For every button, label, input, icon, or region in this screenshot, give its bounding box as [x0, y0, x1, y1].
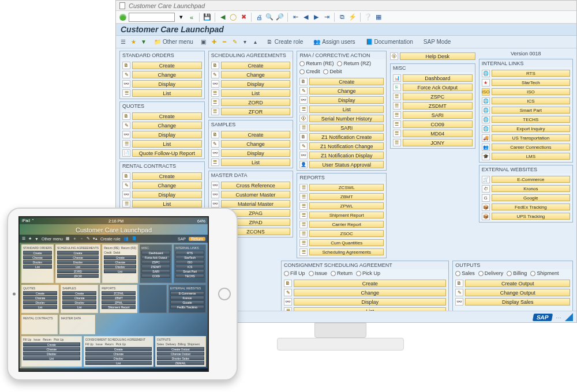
ipad-btn[interactable]: List [23, 265, 52, 269]
ipad-btn[interactable]: Create [62, 291, 96, 295]
resize-handle-icon[interactable] [565, 313, 573, 321]
user-status-approval-button[interactable]: User Status Approval [309, 161, 384, 168]
back-icon[interactable]: « [188, 13, 196, 21]
ipad-btn[interactable]: ZSDMT [141, 265, 170, 269]
ecommerce-link[interactable]: E-Commerce [492, 176, 570, 183]
radio-fillup[interactable]: Fill Up [284, 270, 305, 276]
startech-link[interactable]: StarTech [492, 79, 570, 86]
ipad-btn[interactable]: Change [23, 296, 57, 300]
sa-list-button[interactable]: List [221, 89, 291, 97]
ipad-btn[interactable]: Force Ack Output [141, 255, 170, 259]
ipad-btn[interactable]: Change [85, 352, 152, 356]
plus-icon[interactable]: ✚ [211, 39, 218, 46]
ipad-minus-icon[interactable]: － [80, 236, 84, 242]
us-transport-link[interactable]: US Transportation [492, 134, 570, 141]
ipad-btn[interactable]: Display [104, 265, 136, 269]
assign-users-button[interactable]: 👥 Assign users [310, 37, 358, 47]
ipad-users-icon[interactable]: 👥 [123, 236, 129, 241]
radio-return-rz[interactable]: Return (RZ) [337, 61, 371, 66]
save-icon[interactable]: 💾 [203, 13, 211, 21]
cum-qty-button[interactable]: Cum Quantities [309, 239, 384, 246]
zpwl-button[interactable]: ZPWL [309, 202, 384, 209]
ipad-btn[interactable]: Display [85, 356, 152, 360]
ipad-btn[interactable]: List [85, 361, 152, 365]
last-page-icon[interactable]: ⇥ [323, 13, 331, 21]
radio-return[interactable]: Return [331, 270, 353, 276]
help-icon[interactable]: ❔ [364, 13, 372, 21]
ipad-btn[interactable]: List [104, 269, 136, 273]
ok-icon[interactable] [119, 14, 126, 21]
other-menu-button[interactable]: 📁 Other menu [151, 37, 197, 47]
ipad-btn[interactable]: Create Output [157, 347, 204, 351]
first-page-icon[interactable]: ⇤ [291, 13, 299, 21]
ipad-btn[interactable]: Create [23, 342, 80, 346]
export-inquiry-link[interactable]: Export Inquiry [492, 125, 570, 132]
sa-create-button[interactable]: Create [221, 62, 291, 69]
ipad-btn[interactable]: Google [170, 300, 204, 304]
zfor-button[interactable]: ZFOR [221, 108, 291, 115]
ipad-btn[interactable]: Display [23, 260, 52, 264]
shipment-report-button[interactable]: Shipment Report [309, 212, 384, 218]
create-button[interactable]: Create [132, 62, 202, 69]
ipad-btn[interactable]: E-Commerce [170, 291, 204, 295]
print-icon[interactable]: 🖨 [255, 13, 263, 21]
ipad-btn[interactable]: Create [57, 251, 99, 255]
menu-icon[interactable]: ☰ [119, 39, 126, 46]
ipad-btn[interactable]: ZFOR [57, 274, 99, 278]
ipad-doc-icon[interactable]: 📘 [132, 236, 137, 241]
quote-list-button[interactable]: List [132, 140, 202, 148]
techs-link[interactable]: TECHS [492, 116, 570, 123]
ipad-btn[interactable]: Create [85, 347, 152, 351]
ipad-btn[interactable]: ISO [175, 260, 204, 264]
ipad-btn[interactable]: CO09 [141, 274, 170, 278]
ipad-btn[interactable]: List [23, 305, 57, 309]
ipad-btn[interactable]: TECHS [175, 274, 204, 278]
find-icon[interactable]: 🔍 [265, 13, 273, 21]
ipad-create-role[interactable]: Create role [100, 237, 121, 241]
create-role-button[interactable]: 🗎 Create role [263, 37, 306, 47]
favorites-icon[interactable]: ★ [130, 39, 137, 46]
quote-create-button[interactable]: Create [132, 112, 202, 120]
sap-mode-button[interactable]: SAP Mode [420, 37, 455, 46]
ipad-btn[interactable]: Display Sales [157, 356, 204, 360]
display-sales-button[interactable]: Display Sales [465, 298, 570, 306]
find-next-icon[interactable]: 🔎 [276, 13, 284, 21]
xref-button[interactable]: Cross Reference [221, 182, 291, 189]
sample-display-button[interactable]: Display [221, 149, 291, 157]
ipad-btn[interactable]: RTS [175, 251, 204, 255]
rma-change-button[interactable]: Change [309, 87, 384, 95]
ipad-btn[interactable]: Change [23, 255, 52, 259]
force-ack-button[interactable]: Force Ack Output [403, 84, 473, 91]
ipad-btn[interactable]: StarTech [175, 255, 204, 259]
ipad-btn[interactable]: Kronos [170, 296, 204, 300]
ipad-btn[interactable]: SARI [141, 269, 170, 273]
radio-return-re[interactable]: Return (RE) [299, 61, 334, 66]
ipad-grid-icon[interactable]: ▦ [66, 236, 70, 241]
rma-list-button[interactable]: List [309, 105, 384, 113]
iso-link[interactable]: ISO [492, 88, 570, 95]
ipad-btn[interactable]: ZBMT [102, 296, 136, 300]
home-button-icon[interactable] [218, 288, 231, 300]
radio-billing[interactable]: Billing [507, 270, 527, 276]
zord-button[interactable]: ZORD [221, 99, 291, 106]
rma-display-button[interactable]: Display [309, 96, 384, 104]
list-button[interactable]: List [132, 89, 202, 97]
kronos-link[interactable]: Kronos [492, 185, 570, 192]
csa-change-button[interactable]: Change [294, 289, 446, 296]
ipad-btn[interactable]: ZPWL [102, 300, 136, 304]
career-link[interactable]: Career Connections [492, 144, 570, 150]
rts-link[interactable]: RTS [492, 70, 570, 77]
exit-icon[interactable]: ◯ [229, 13, 237, 21]
cancel-icon[interactable]: ✖ [239, 13, 248, 21]
down-icon[interactable]: ▾ [242, 39, 249, 46]
back-nav-icon[interactable]: ◀ [219, 13, 227, 21]
radio-sales[interactable]: Sales [455, 270, 475, 276]
ipad-btn[interactable]: Smart Part [175, 269, 204, 273]
radio-delivery[interactable]: Delivery [478, 270, 504, 276]
ipad-btn[interactable]: Shipment Report [102, 305, 136, 309]
md04-button[interactable]: MD04 [403, 130, 473, 137]
ipad-btn[interactable]: Create [23, 251, 52, 255]
expand-icon[interactable]: ▣ [200, 39, 207, 46]
ipad-btn[interactable]: FedEx Tracking [170, 305, 204, 309]
up-icon[interactable]: ▴ [252, 39, 259, 46]
